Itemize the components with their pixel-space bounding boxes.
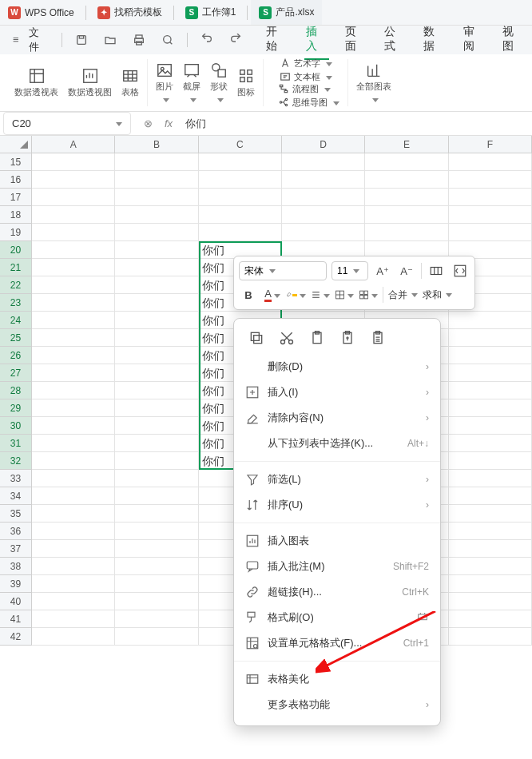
align-button[interactable] [311, 285, 330, 304]
row-header[interactable]: 21 [0, 259, 32, 276]
cell[interactable] [449, 382, 532, 399]
font-color-button[interactable]: A [263, 285, 282, 304]
cell[interactable] [115, 628, 198, 646]
cell[interactable] [449, 312, 532, 329]
row-header[interactable]: 18 [0, 206, 32, 224]
cell[interactable] [449, 593, 532, 610]
cell[interactable] [115, 417, 198, 435]
ctx-item[interactable]: 清除内容(N)› [234, 405, 440, 431]
cell[interactable] [449, 523, 532, 540]
ctx-item[interactable]: 删除(D)› [234, 354, 440, 380]
cell[interactable] [449, 487, 532, 505]
cell[interactable] [32, 628, 115, 646]
cell[interactable] [115, 575, 198, 593]
cell[interactable] [32, 540, 115, 558]
row-header[interactable]: 28 [0, 382, 32, 399]
app-tab-workbook1[interactable]: S 工作簿1 [177, 0, 244, 25]
cell[interactable] [115, 153, 198, 171]
cell[interactable] [32, 610, 115, 628]
cell[interactable] [449, 435, 532, 452]
row-header[interactable]: 37 [0, 540, 32, 558]
cell[interactable] [282, 189, 365, 206]
cell[interactable] [449, 452, 532, 470]
cancel-formula-button[interactable]: ⊗ [137, 112, 158, 135]
cell[interactable] [365, 171, 448, 189]
preview-button[interactable] [155, 30, 181, 50]
cell[interactable] [115, 470, 198, 487]
cell[interactable] [449, 417, 532, 435]
cell[interactable] [32, 294, 115, 312]
cell[interactable] [115, 452, 198, 470]
row-header[interactable]: 34 [0, 487, 32, 505]
cell[interactable] [115, 435, 198, 452]
pin-icon[interactable] [416, 611, 429, 624]
cell[interactable] [32, 206, 115, 224]
cell[interactable] [449, 470, 532, 487]
cell[interactable] [32, 593, 115, 610]
table-button[interactable]: 表格 [121, 67, 139, 98]
col-header-a[interactable]: A [32, 136, 115, 153]
cell[interactable] [32, 575, 115, 593]
cell[interactable] [115, 206, 198, 224]
row-header[interactable]: 31 [0, 435, 32, 452]
row-header[interactable]: 36 [0, 523, 32, 540]
cell[interactable] [32, 259, 115, 276]
cell[interactable] [32, 505, 115, 523]
tab-start[interactable]: 开始 [264, 20, 289, 60]
row-header[interactable]: 15 [0, 153, 32, 171]
row-header[interactable]: 16 [0, 171, 32, 189]
cell[interactable] [115, 558, 198, 575]
cell[interactable] [115, 224, 198, 241]
cell[interactable] [115, 329, 198, 347]
cell[interactable] [115, 259, 198, 276]
cell[interactable] [115, 487, 198, 505]
cell[interactable] [449, 206, 532, 224]
row-header[interactable]: 39 [0, 575, 32, 593]
cell[interactable] [282, 153, 365, 171]
cell[interactable] [115, 399, 198, 417]
tab-insert[interactable]: 插入 [304, 20, 329, 60]
flowchart-button[interactable]: 流程图 [278, 83, 339, 95]
wordart-button[interactable]: 艺术字 [280, 58, 332, 70]
row-header[interactable]: 19 [0, 224, 32, 241]
cell[interactable] [199, 224, 282, 241]
ctx-item[interactable]: 排序(U)› [234, 492, 440, 518]
ctx-item[interactable]: 表格美化 [234, 666, 440, 692]
cell[interactable] [449, 610, 532, 628]
cell[interactable] [32, 153, 115, 171]
save-button[interactable] [69, 30, 94, 50]
cell[interactable] [32, 347, 115, 364]
row-header[interactable]: 41 [0, 610, 32, 628]
ctx-item[interactable]: 更多表格功能› [234, 692, 440, 717]
ctx-item[interactable]: 超链接(H)...Ctrl+K [234, 579, 440, 605]
cell[interactable] [32, 364, 115, 382]
row-header[interactable]: 23 [0, 294, 32, 312]
col-header-c[interactable]: C [199, 136, 282, 153]
cell[interactable] [32, 241, 115, 259]
redo-button[interactable] [223, 30, 248, 50]
cell[interactable] [115, 276, 198, 294]
cell[interactable] [282, 224, 365, 241]
cell[interactable] [32, 487, 115, 505]
mindmap-button[interactable]: 思维导图 [278, 97, 339, 109]
cell[interactable] [365, 189, 448, 206]
cell[interactable] [449, 628, 532, 646]
cell[interactable] [449, 540, 532, 558]
app-tab-template[interactable]: ✦ 找稻壳模板 [89, 0, 170, 25]
select-all-corner[interactable] [0, 136, 32, 153]
format-button[interactable] [359, 285, 378, 304]
cell[interactable] [449, 364, 532, 382]
bold-button[interactable]: B [239, 285, 258, 304]
cell[interactable] [32, 171, 115, 189]
cell[interactable] [115, 171, 198, 189]
col-header-e[interactable]: E [365, 136, 448, 153]
tab-data[interactable]: 数据 [422, 20, 447, 60]
copy-icon[interactable] [248, 330, 264, 346]
cell[interactable] [282, 206, 365, 224]
row-header[interactable]: 32 [0, 452, 32, 470]
ctx-item[interactable]: 插入批注(M)Shift+F2 [234, 554, 440, 579]
cell[interactable] [365, 153, 448, 171]
all-charts-button[interactable]: 全部图表 [356, 62, 391, 104]
textbox-button[interactable]: 文本框 [280, 71, 332, 83]
ctx-item[interactable]: 插入(I)› [234, 380, 440, 405]
